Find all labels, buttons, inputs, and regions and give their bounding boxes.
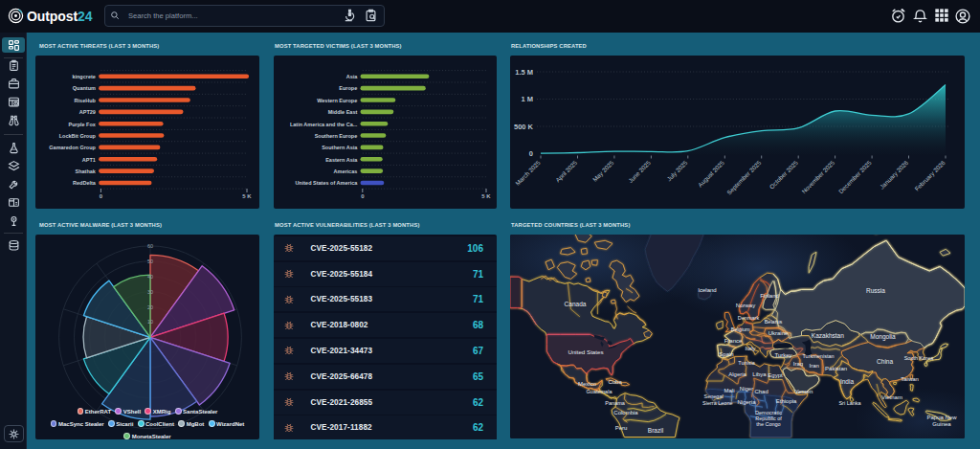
- svg-text:Vietnam: Vietnam: [881, 394, 902, 400]
- svg-text:Mali: Mali: [724, 388, 734, 393]
- svg-text:October 2025: October 2025: [768, 159, 800, 191]
- svg-text:August 2025: August 2025: [697, 159, 726, 189]
- svg-text:Iran: Iran: [810, 363, 819, 369]
- svg-text:Egypt: Egypt: [768, 372, 783, 378]
- svg-text:Ethiopia: Ethiopia: [776, 398, 797, 404]
- svg-text:Nigeria: Nigeria: [737, 399, 756, 405]
- svg-text:0: 0: [100, 193, 103, 199]
- svg-text:January 2026: January 2026: [879, 159, 910, 191]
- svg-text:Canada: Canada: [565, 301, 587, 307]
- svg-text:May 2025: May 2025: [591, 159, 616, 184]
- svg-text:Quantum: Quantum: [73, 85, 96, 91]
- svg-text:0: 0: [361, 193, 365, 199]
- svg-text:Finland: Finland: [760, 293, 779, 299]
- svg-text:50: 50: [147, 258, 153, 264]
- svg-text:December 2025: December 2025: [837, 159, 873, 194]
- svg-text:Senegal: Senegal: [704, 393, 724, 399]
- svg-text:Yemen: Yemen: [795, 389, 813, 394]
- svg-text:February 2026: February 2026: [913, 159, 947, 192]
- svg-text:60: 60: [147, 243, 153, 249]
- svg-text:France: France: [724, 338, 743, 344]
- svg-text:40: 40: [147, 274, 153, 280]
- svg-text:Latin America and the Ca...: Latin America and the Ca...: [290, 122, 358, 127]
- svg-text:Guatemala: Guatemala: [587, 389, 613, 394]
- svg-text:Papua New: Papua New: [926, 415, 957, 420]
- svg-text:Colombia: Colombia: [613, 410, 638, 415]
- svg-text:Southern Asia: Southern Asia: [322, 145, 358, 150]
- svg-text:June 2025: June 2025: [627, 159, 652, 184]
- svg-text:United States of America: United States of America: [295, 180, 358, 186]
- svg-text:Guinea: Guinea: [932, 421, 951, 427]
- svg-text:kingcrete: kingcrete: [72, 74, 95, 79]
- svg-text:November 2025: November 2025: [800, 159, 835, 194]
- svg-text:APT1: APT1: [82, 157, 96, 163]
- svg-text:10: 10: [147, 319, 153, 325]
- svg-text:Cuba: Cuba: [608, 379, 622, 385]
- svg-text:Sierra Leone: Sierra Leone: [702, 400, 733, 406]
- svg-text:Brazil: Brazil: [648, 427, 664, 434]
- svg-text:5 K: 5 K: [481, 193, 491, 199]
- svg-text:September 2025: September 2025: [725, 159, 763, 196]
- svg-text:Shathak: Shathak: [75, 168, 96, 174]
- svg-text:China: China: [877, 358, 893, 365]
- svg-text:Purple Fox: Purple Fox: [68, 122, 96, 127]
- svg-text:Belgium: Belgium: [731, 326, 750, 332]
- svg-text:5 K: 5 K: [242, 193, 252, 199]
- svg-text:Europe: Europe: [339, 85, 357, 91]
- svg-text:1.5 M: 1.5 M: [515, 68, 533, 77]
- svg-text:Turkey: Turkey: [774, 352, 791, 358]
- svg-text:United States: United States: [568, 348, 603, 355]
- svg-text:Ukraine: Ukraine: [768, 330, 789, 336]
- svg-text:the Congo: the Congo: [756, 421, 780, 427]
- svg-text:Panama: Panama: [605, 400, 625, 406]
- svg-text:India: India: [840, 378, 854, 385]
- svg-text:Mongolia: Mongolia: [870, 333, 896, 341]
- svg-text:Belarus: Belarus: [765, 319, 783, 325]
- svg-text:LockBit Group: LockBit Group: [59, 133, 97, 139]
- svg-text:Russia: Russia: [866, 287, 885, 294]
- svg-text:APT29: APT29: [79, 109, 96, 115]
- svg-text:July 2025: July 2025: [665, 159, 689, 183]
- svg-text:Libya: Libya: [752, 371, 767, 377]
- svg-text:Turkmenistan: Turkmenistan: [802, 353, 834, 359]
- svg-text:500 K: 500 K: [514, 123, 534, 131]
- svg-text:Americas: Americas: [334, 168, 358, 174]
- svg-text:Algeria: Algeria: [728, 371, 746, 377]
- svg-text:South Korea: South Korea: [904, 355, 935, 361]
- svg-text:Asia: Asia: [346, 74, 359, 79]
- svg-text:Peru: Peru: [615, 425, 628, 431]
- svg-text:30: 30: [147, 289, 153, 295]
- svg-text:Spain: Spain: [719, 351, 733, 357]
- svg-text:Southern Europe: Southern Europe: [315, 133, 358, 139]
- svg-text:April 2025: April 2025: [554, 159, 579, 184]
- svg-text:Kazakhstan: Kazakhstan: [812, 332, 844, 339]
- svg-text:Iraq: Iraq: [793, 361, 803, 367]
- svg-text:Norway: Norway: [736, 303, 755, 308]
- svg-text:RiseHub: RiseHub: [75, 98, 97, 103]
- svg-text:1 M: 1 M: [521, 95, 533, 103]
- svg-text:20: 20: [147, 304, 153, 310]
- svg-text:Sri Lanka: Sri Lanka: [838, 400, 861, 406]
- svg-text:RedDelta: RedDelta: [73, 180, 97, 186]
- svg-text:Tunisia: Tunisia: [738, 360, 755, 366]
- svg-text:Gamaredon Group: Gamaredon Group: [49, 145, 96, 150]
- svg-text:Denmark: Denmark: [738, 315, 760, 321]
- svg-text:0: 0: [529, 149, 533, 158]
- svg-text:Mexico: Mexico: [578, 381, 597, 387]
- svg-text:Niger: Niger: [740, 386, 753, 392]
- svg-text:Italy: Italy: [745, 346, 755, 351]
- svg-text:March 2025: March 2025: [514, 159, 542, 187]
- svg-text:Middle East: Middle East: [328, 109, 358, 115]
- svg-text:Taiwan: Taiwan: [901, 376, 919, 382]
- svg-text:Iceland: Iceland: [698, 287, 716, 293]
- svg-text:Eastern Asia: Eastern Asia: [325, 157, 358, 163]
- svg-text:Pakistan: Pakistan: [825, 366, 847, 371]
- svg-text:Chad: Chad: [754, 389, 768, 394]
- svg-text:Western Europe: Western Europe: [317, 98, 357, 103]
